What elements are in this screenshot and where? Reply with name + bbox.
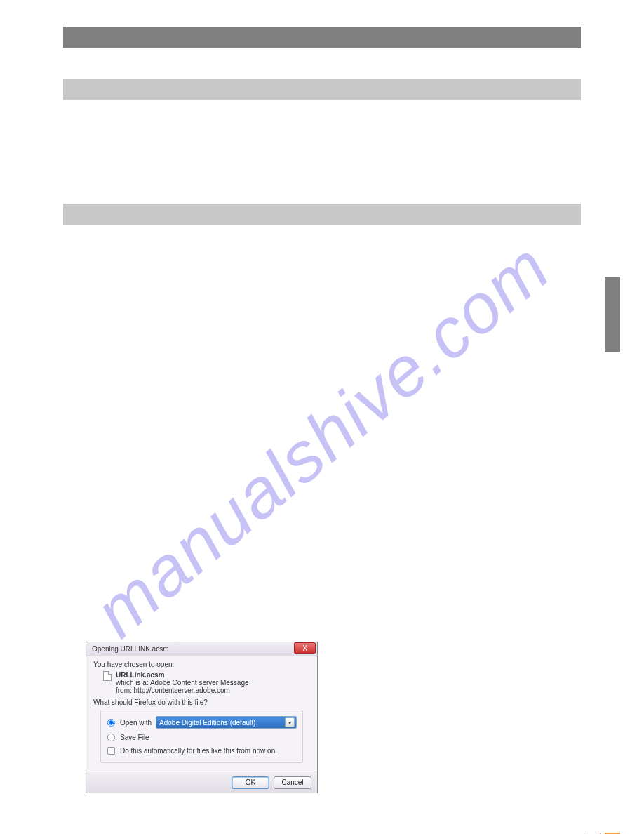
auto-action-row[interactable]: Do this automatically for files like thi… (107, 746, 297, 755)
open-with-radio[interactable] (107, 718, 115, 726)
side-tab (605, 277, 620, 352)
application-select[interactable]: Adobe Digital Editions (default) ▾ (156, 716, 297, 729)
page-footer: BOOKEEN (0, 827, 644, 834)
dialog-question: What should Firefox do with this file? (93, 699, 310, 706)
open-with-label: Open with (120, 719, 152, 727)
firefox-download-dialog: Opening URLLINK.acsm X You have chosen t… (86, 642, 318, 793)
file-name: URLLink.acsm (116, 671, 249, 679)
footer-divider (10, 827, 634, 828)
dialog-buttons: OK Cancel (86, 772, 317, 793)
ok-button[interactable]: OK (232, 776, 269, 789)
close-button[interactable]: X (294, 642, 316, 654)
chosen-label: You have chosen to open: (93, 661, 310, 668)
dialog-titlebar: Opening URLLINK.acsm X (86, 642, 317, 656)
dialog-title: Opening URLLINK.acsm (92, 645, 169, 653)
auto-label: Do this automatically for files like thi… (120, 747, 277, 755)
save-file-radio[interactable] (107, 734, 115, 741)
section-bar-1 (63, 79, 581, 100)
file-source: from: http://contentserver.adobe.com (116, 687, 249, 694)
selected-application: Adobe Digital Editions (default) (159, 719, 255, 727)
save-file-row[interactable]: Save File (107, 733, 297, 742)
auto-checkbox[interactable] (107, 747, 115, 755)
watermark: manualshive.com (79, 226, 565, 653)
header-dark-bar (63, 27, 581, 48)
open-with-row[interactable]: Open with Adobe Digital Editions (defaul… (107, 716, 297, 729)
file-type: which is a: Adobe Content server Message (116, 679, 249, 687)
close-icon: X (302, 644, 307, 652)
section-bar-2 (63, 204, 581, 225)
chevron-down-icon: ▾ (285, 717, 295, 727)
file-icon (103, 671, 112, 681)
cancel-button[interactable]: Cancel (274, 776, 311, 789)
save-file-label: Save File (120, 734, 149, 741)
options-group: Open with Adobe Digital Editions (defaul… (100, 710, 303, 763)
